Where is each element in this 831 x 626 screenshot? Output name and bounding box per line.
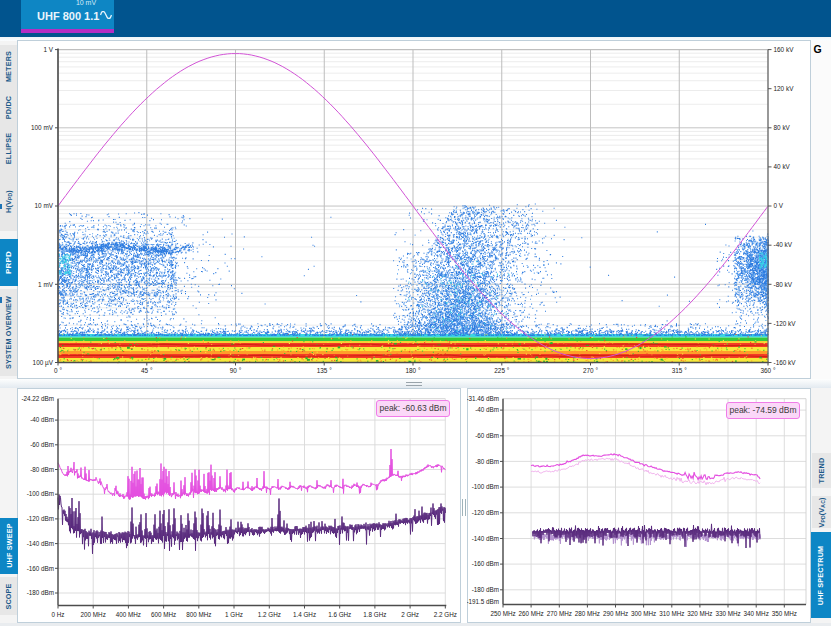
svg-text:-40 dBm: -40 dBm [475,406,499,413]
svg-text:1.2 GHz: 1.2 GHz [258,611,281,618]
svg-text:-191.5 dBm: -191.5 dBm [467,598,499,605]
svg-text:-120 dBm: -120 dBm [472,509,499,516]
svg-text:1.4 GHz: 1.4 GHz [293,611,316,618]
svg-text:-60 dBm: -60 dBm [30,441,54,448]
svg-text:-100 dBm: -100 dBm [27,490,54,497]
svg-text:-80 dBm: -80 dBm [30,466,54,473]
svg-text:-140 dBm: -140 dBm [472,535,499,542]
svg-text:330 MHz: 330 MHz [715,610,740,617]
svg-text:-180 dBm: -180 dBm [27,589,54,596]
svg-text:100 mV: 100 mV [31,124,54,131]
svg-text:-31.46 dBm: -31.46 dBm [467,395,499,402]
svg-text:1.8 GHz: 1.8 GHz [363,611,386,618]
svg-text:0 Hz: 0 Hz [52,611,65,618]
svg-text:200 MHz: 200 MHz [81,611,106,618]
svg-text:250 MHz: 250 MHz [490,610,515,617]
svg-text:0 V: 0 V [774,202,784,209]
svg-text:135 °: 135 ° [317,367,332,374]
svg-text:-160 dBm: -160 dBm [472,560,499,567]
svg-text:340 MHz: 340 MHz [744,610,769,617]
svg-text:1 mV: 1 mV [38,281,54,288]
svg-text:100 µV: 100 µV [33,359,54,367]
svg-text:1.6 GHz: 1.6 GHz [328,611,351,618]
svg-text:-40 kV: -40 kV [774,241,793,248]
svg-text:10 mV: 10 mV [35,202,54,209]
svg-text:2 GHz: 2 GHz [401,611,419,618]
svg-text:-100 dBm: -100 dBm [472,483,499,490]
svg-text:225 °: 225 ° [494,367,509,374]
svg-text:270 MHz: 270 MHz [547,610,572,617]
svg-text:-160 dBm: -160 dBm [27,565,54,572]
svg-text:360 °: 360 ° [761,367,776,374]
svg-text:270 °: 270 ° [583,367,598,374]
svg-text:2.2 GHz: 2.2 GHz [434,611,457,618]
svg-text:-40 dBm: -40 dBm [30,416,54,423]
svg-text:-24.22 dBm: -24.22 dBm [21,395,54,402]
svg-text:0 °: 0 ° [54,367,62,374]
svg-text:310 MHz: 310 MHz [659,610,684,617]
svg-text:40 kV: 40 kV [774,163,791,170]
svg-text:320 MHz: 320 MHz [687,610,712,617]
svg-text:300 MHz: 300 MHz [631,610,656,617]
svg-text:350 MHz: 350 MHz [772,610,797,617]
svg-text:90 °: 90 ° [230,367,242,374]
svg-text:800 MHz: 800 MHz [186,611,211,618]
svg-text:-180 dBm: -180 dBm [472,586,499,593]
svg-text:315 °: 315 ° [672,367,687,374]
svg-text:-80 kV: -80 kV [774,281,793,288]
svg-text:260 MHz: 260 MHz [518,610,543,617]
svg-text:280 MHz: 280 MHz [575,610,600,617]
svg-text:45 °: 45 ° [141,367,153,374]
svg-text:1 V: 1 V [43,46,53,53]
svg-text:120 kV: 120 kV [774,85,795,92]
svg-text:290 MHz: 290 MHz [603,610,628,617]
svg-text:-160 kV: -160 kV [774,359,797,366]
svg-text:160 kV: 160 kV [774,46,795,53]
svg-text:-140 dBm: -140 dBm [27,540,54,547]
svg-text:1 GHz: 1 GHz [225,611,243,618]
svg-text:-80 dBm: -80 dBm [475,458,499,465]
svg-text:-120 dBm: -120 dBm [27,515,54,522]
svg-text:80 kV: 80 kV [774,124,791,131]
svg-text:180 °: 180 ° [406,367,421,374]
svg-text:-120 kV: -120 kV [774,320,797,327]
svg-text:600 MHz: 600 MHz [151,611,176,618]
svg-text:400 MHz: 400 MHz [116,611,141,618]
svg-text:-60 dBm: -60 dBm [475,432,499,439]
